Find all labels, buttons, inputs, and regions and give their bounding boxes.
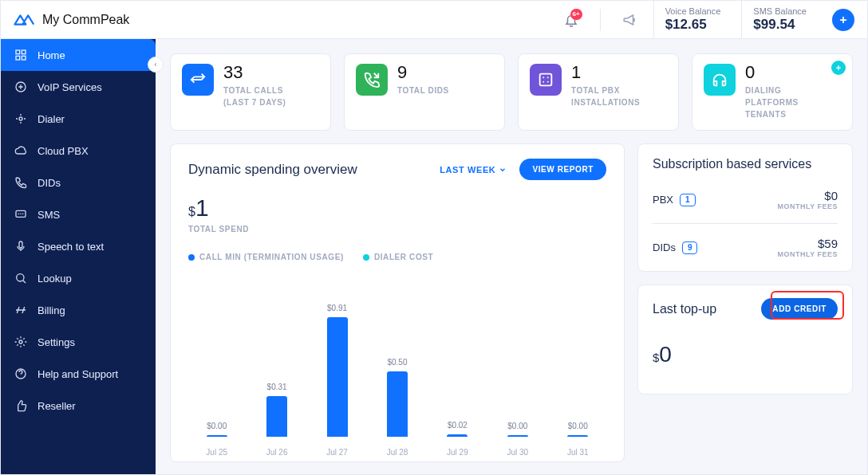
stat-value: 9 xyxy=(397,64,449,81)
divider xyxy=(600,9,601,31)
sidebar-item-label: Home xyxy=(37,49,65,61)
dialer-icon xyxy=(14,112,28,126)
sidebar-item-lookup[interactable]: Lookup xyxy=(1,262,156,294)
voice-balance-label: Voice Balance xyxy=(665,6,721,16)
sidebar-item-label: Lookup xyxy=(37,273,72,285)
sidebar-item-reseller[interactable]: Reseller xyxy=(1,390,156,422)
topup-title: Last top-up xyxy=(653,302,716,316)
chart-legend: CALL MIN (TERMINATION USAGE)DIALER COST xyxy=(188,253,606,261)
subscription-amount: $59 xyxy=(777,237,838,250)
view-report-button[interactable]: VIEW REPORT xyxy=(519,159,606,180)
swap-icon xyxy=(182,64,214,96)
sidebar-item-dialer[interactable]: Dialer xyxy=(1,103,156,135)
logo-icon xyxy=(14,12,36,28)
subscriptions-card: Subscription based services PBX 1$0MONTH… xyxy=(637,143,853,272)
sidebar-item-sms[interactable]: SMS xyxy=(1,198,156,230)
sidebar-item-settings[interactable]: Settings xyxy=(1,326,156,358)
bar-x-label: Jul 28 xyxy=(387,448,408,457)
bar xyxy=(327,317,348,437)
bar-x-label: Jul 29 xyxy=(447,448,468,457)
add-balance-button[interactable] xyxy=(832,9,854,31)
bar-value-label: $0.02 xyxy=(448,421,468,430)
subscription-name: DIDs 9 xyxy=(653,241,697,254)
notifications-button[interactable]: 6+ xyxy=(557,6,586,34)
app-title: My CommPeak xyxy=(42,13,129,27)
help-icon xyxy=(14,367,28,381)
billing-icon xyxy=(14,303,28,317)
spending-title: Dynamic spending overview xyxy=(188,162,357,178)
voice-balance-amount: $12.65 xyxy=(665,17,707,33)
main-content: 33TOTAL CALLS(LAST 7 DAYS)9TOTAL DIDS1TO… xyxy=(156,39,867,475)
sidebar-item-home[interactable]: Home xyxy=(1,39,156,71)
stat-card-1[interactable]: 9TOTAL DIDS xyxy=(344,53,505,131)
sidebar-item-label: VoIP Services xyxy=(37,81,102,93)
bar-col: $0.31Jul 26 xyxy=(250,383,303,457)
svg-rect-7 xyxy=(19,241,22,248)
grid-icon xyxy=(14,48,28,62)
logo[interactable]: My CommPeak xyxy=(14,12,129,28)
svg-point-9 xyxy=(19,340,22,343)
svg-rect-1 xyxy=(22,50,26,54)
stat-card-2[interactable]: 1TOTAL PBXINSTALLATIONS xyxy=(518,53,679,131)
svg-point-14 xyxy=(542,81,544,83)
spending-panel: Dynamic spending overview LAST WEEK VIEW… xyxy=(170,143,625,462)
add-credit-button[interactable]: ADD CREDIT xyxy=(761,298,838,320)
gear-icon xyxy=(14,335,28,349)
sms-balance-amount: $99.54 xyxy=(753,17,795,33)
stats-row: 33TOTAL CALLS(LAST 7 DAYS)9TOTAL DIDS1TO… xyxy=(170,53,853,131)
sidebar-collapse-button[interactable] xyxy=(148,57,164,73)
total-spend-value: $1 xyxy=(188,194,606,222)
sidebar-item-label: Speech to text xyxy=(37,241,104,253)
mic-icon xyxy=(14,239,28,253)
chart-area: $0.00Jul 25$0.31Jul 26$0.91Jul 27$0.50Ju… xyxy=(188,282,606,457)
stat-value: 0 xyxy=(745,64,799,81)
svg-point-8 xyxy=(17,274,24,281)
bar-x-label: Jul 25 xyxy=(206,448,227,457)
voice-balance: Voice Balance $12.65 xyxy=(653,1,732,38)
sidebar-item-label: Billing xyxy=(37,304,65,316)
bar-value-label: $0.91 xyxy=(327,304,347,312)
thumbs-icon xyxy=(14,398,28,413)
megaphone-icon xyxy=(622,13,637,27)
phone-icon xyxy=(14,175,28,190)
stat-label: TOTAL DIDS xyxy=(397,84,449,96)
sidebar-item-label: SMS xyxy=(37,209,60,221)
announcements-button[interactable] xyxy=(615,6,644,34)
bar-value-label: $0.50 xyxy=(387,358,407,367)
bar xyxy=(447,434,468,437)
headset-icon xyxy=(704,64,736,96)
stat-card-3[interactable]: 0DIALINGPLATFORMSTENANTS xyxy=(692,53,853,131)
period-dropdown[interactable]: LAST WEEK xyxy=(435,164,511,175)
bar-col: $0.00Jul 25 xyxy=(190,422,243,457)
search-icon xyxy=(14,271,28,285)
sidebar-item-voip-services[interactable]: VoIP Services xyxy=(1,71,156,103)
svg-rect-0 xyxy=(16,50,20,54)
subscription-fees-label: MONTHLY FEES xyxy=(777,202,838,210)
add-tenant-button[interactable] xyxy=(831,61,846,75)
subscriptions-title: Subscription based services xyxy=(653,157,838,171)
subscription-row[interactable]: DIDs 9$59MONTHLY FEES xyxy=(653,223,838,271)
sidebar-item-speech-to-text[interactable]: Speech to text xyxy=(1,230,156,262)
bar-col: $0.50Jul 28 xyxy=(370,358,424,457)
bar-x-label: Jul 31 xyxy=(567,448,589,457)
stat-label: DIALINGPLATFORMSTENANTS xyxy=(745,84,799,120)
sidebar-item-dids[interactable]: DIDs xyxy=(1,167,156,198)
sidebar-item-billing[interactable]: Billing xyxy=(1,294,156,326)
stat-label: TOTAL CALLS(LAST 7 DAYS) xyxy=(223,84,286,108)
topup-card: Last top-up ADD CREDIT $0 xyxy=(637,285,853,395)
svg-rect-3 xyxy=(22,56,26,60)
stat-value: 33 xyxy=(223,64,286,81)
bar xyxy=(567,435,588,437)
bar-col: $0.00Jul 30 xyxy=(491,422,544,457)
svg-rect-2 xyxy=(16,56,20,60)
subscription-name: PBX 1 xyxy=(653,194,696,206)
sidebar-item-help-and-support[interactable]: Help and Support xyxy=(1,358,156,390)
svg-point-12 xyxy=(542,77,544,78)
sms-balance-label: SMS Balance xyxy=(753,6,807,16)
svg-point-15 xyxy=(547,81,549,83)
topup-amount: $0 xyxy=(653,342,838,367)
sidebar-item-cloud-pbx[interactable]: Cloud PBX xyxy=(1,135,156,167)
voip-icon xyxy=(14,80,28,94)
stat-card-0[interactable]: 33TOTAL CALLS(LAST 7 DAYS) xyxy=(170,53,331,131)
subscription-row[interactable]: PBX 1$0MONTHLY FEES xyxy=(653,176,838,223)
